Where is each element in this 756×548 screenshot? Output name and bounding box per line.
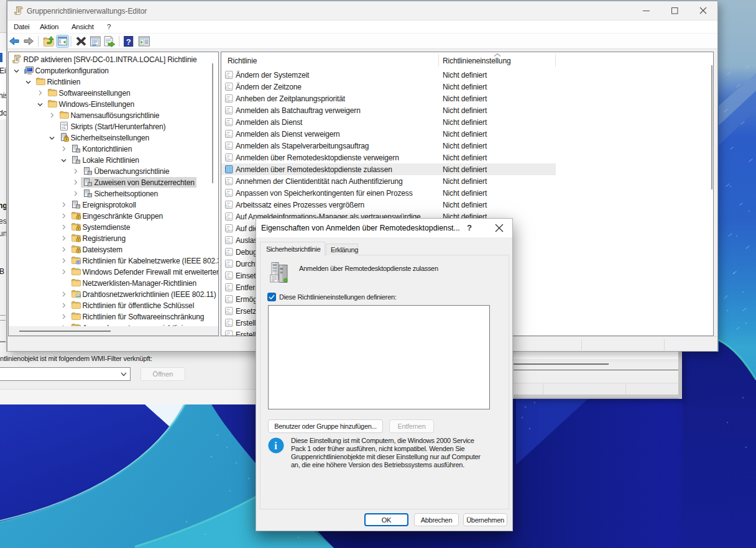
svg-text:i: i [274, 441, 277, 451]
svg-text:?: ? [126, 37, 131, 47]
